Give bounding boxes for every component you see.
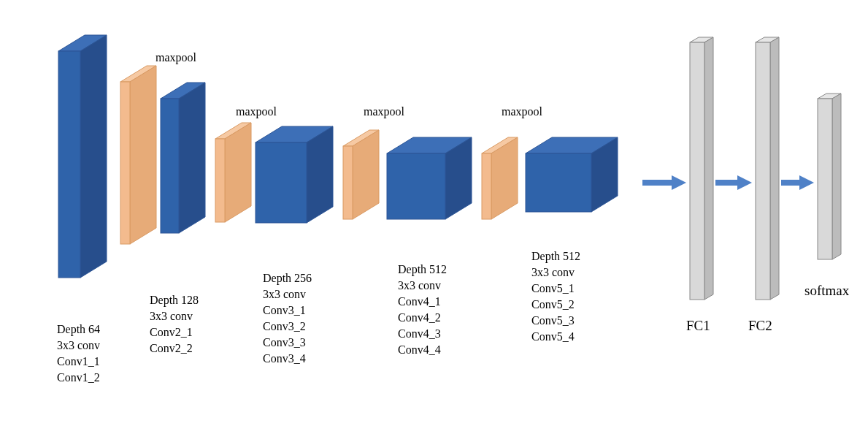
conv5-front xyxy=(526,153,591,212)
conv3-l1: Conv3_1 xyxy=(263,302,306,319)
maxpool1-front xyxy=(120,82,130,244)
maxpool2-front xyxy=(215,139,225,222)
conv5-kernel: 3x3 conv xyxy=(531,264,575,281)
conv5-l2: Conv5_2 xyxy=(531,297,575,313)
conv5-l1: Conv5_1 xyxy=(531,281,575,297)
conv3-front xyxy=(256,142,307,223)
conv3-l3: Conv3_3 xyxy=(263,335,306,351)
svg-marker-2 xyxy=(672,175,686,190)
conv3-l2: Conv3_2 xyxy=(263,319,306,335)
svg-marker-4 xyxy=(737,175,752,190)
fc2-front xyxy=(756,42,770,300)
conv4-l2: Conv4_2 xyxy=(398,310,441,326)
maxpool4-label: maxpool xyxy=(502,104,542,120)
nn-diagram xyxy=(0,0,868,434)
conv1-l1: Conv1_1 xyxy=(57,354,100,370)
conv3-depth: Depth 256 xyxy=(263,270,312,286)
conv5-l4: Conv5_4 xyxy=(531,329,575,345)
conv1-depth: Depth 64 xyxy=(57,321,100,338)
conv4-l4: Conv4_4 xyxy=(398,342,441,358)
fc1-label: FC1 xyxy=(686,316,710,335)
conv4-depth: Depth 512 xyxy=(398,262,447,278)
fc1-front xyxy=(690,42,704,300)
conv2-l2: Conv2_2 xyxy=(150,340,193,357)
maxpool1-side xyxy=(130,66,156,244)
conv3-kernel: 3x3 conv xyxy=(263,286,306,302)
maxpool3-side xyxy=(353,130,379,219)
softmax-label: softmax xyxy=(804,281,849,300)
conv4-l3: Conv4_3 xyxy=(398,326,441,342)
conv1-l2: Conv1_2 xyxy=(57,370,100,386)
fc2-label: FC2 xyxy=(748,316,772,335)
maxpool1-label: maxpool xyxy=(155,50,196,66)
maxpool2-side xyxy=(225,123,251,222)
conv3-l4: Conv3_4 xyxy=(263,351,306,367)
svg-marker-6 xyxy=(799,175,814,190)
maxpool3-label: maxpool xyxy=(364,104,404,120)
conv1-front xyxy=(58,51,80,278)
conv1-side xyxy=(80,35,107,278)
conv4-front xyxy=(387,153,445,219)
conv1-kernel: 3x3 conv xyxy=(57,338,100,354)
conv4-kernel: 3x3 conv xyxy=(398,278,441,294)
softmax-front xyxy=(818,99,832,259)
maxpool4-front xyxy=(482,153,491,219)
softmax-side xyxy=(832,94,841,259)
fc2-side xyxy=(770,37,779,300)
conv2-front xyxy=(161,99,179,233)
maxpool3-front xyxy=(343,146,353,219)
maxpool2-label: maxpool xyxy=(236,104,277,120)
conv2-side xyxy=(179,83,205,233)
conv5-l3: Conv5_3 xyxy=(531,313,575,329)
conv2-l1: Conv2_1 xyxy=(150,324,193,340)
conv3-side xyxy=(307,126,333,223)
conv2-depth: Depth 128 xyxy=(150,292,199,308)
fc1-side xyxy=(704,37,713,300)
conv2-kernel: 3x3 conv xyxy=(150,308,193,324)
conv4-l1: Conv4_1 xyxy=(398,294,441,310)
conv5-depth: Depth 512 xyxy=(531,248,580,264)
